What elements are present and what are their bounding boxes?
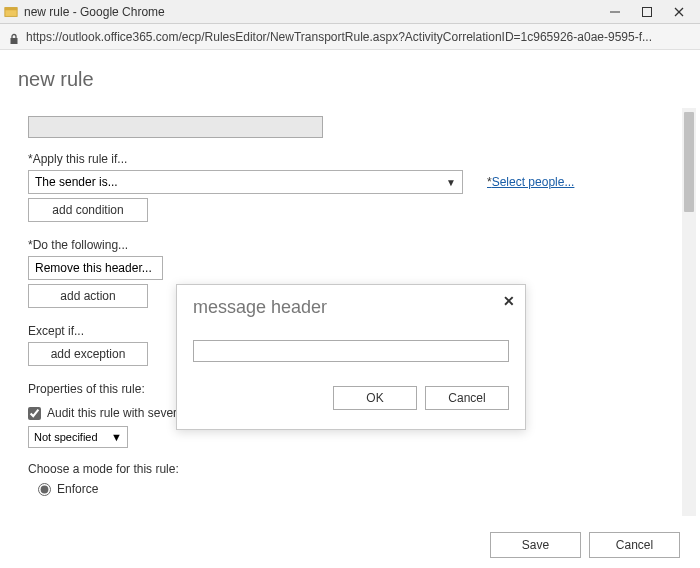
mode-label: Choose a mode for this rule: [28, 462, 668, 476]
window-controls [608, 5, 696, 19]
do-following-selected: Remove this header... [35, 261, 152, 275]
add-exception-button[interactable]: add exception [28, 342, 148, 366]
title-bar: new rule - Google Chrome [0, 0, 700, 24]
apply-rule-selected: The sender is... [35, 175, 118, 189]
vertical-scrollbar[interactable] [682, 108, 696, 516]
dialog-ok-button[interactable]: OK [333, 386, 417, 410]
caret-down-icon: ▼ [111, 431, 122, 443]
message-header-dialog: ✕ message header OK Cancel [176, 284, 526, 430]
cancel-button[interactable]: Cancel [589, 532, 680, 558]
enforce-radio-row[interactable]: Enforce [28, 482, 668, 496]
caret-down-icon: ▼ [446, 177, 456, 188]
dialog-cancel-button[interactable]: Cancel [425, 386, 509, 410]
severity-select[interactable]: Not specified ▼ [28, 426, 128, 448]
save-button[interactable]: Save [490, 532, 581, 558]
enforce-label: Enforce [57, 482, 98, 496]
apply-rule-label: *Apply this rule if... [28, 152, 668, 166]
page-title: new rule [18, 68, 682, 91]
app-icon [4, 5, 18, 19]
dialog-title: message header [193, 297, 509, 318]
rule-name-input[interactable] [28, 116, 323, 138]
apply-rule-select[interactable]: The sender is... ▼ [28, 170, 463, 194]
svg-rect-3 [643, 7, 652, 16]
header-name-input[interactable] [193, 340, 509, 362]
do-following-select[interactable]: Remove this header... [28, 256, 163, 280]
add-condition-button[interactable]: add condition [28, 198, 148, 222]
enforce-radio[interactable] [38, 483, 51, 496]
dialog-close-icon[interactable]: ✕ [503, 293, 515, 309]
svg-rect-6 [11, 38, 18, 44]
select-people-link[interactable]: Select people... [487, 175, 574, 189]
svg-rect-1 [5, 7, 17, 10]
url-text[interactable]: https://outlook.office365.com/ecp/RulesE… [26, 30, 692, 44]
do-following-label: *Do the following... [28, 238, 668, 252]
window-title: new rule - Google Chrome [24, 5, 608, 19]
main-content: new rule *Apply this rule if... The send… [0, 50, 700, 568]
page-footer: Save Cancel [490, 532, 680, 558]
lock-icon [8, 31, 20, 43]
address-bar: https://outlook.office365.com/ecp/RulesE… [0, 24, 700, 50]
maximize-button[interactable] [640, 5, 654, 19]
severity-value: Not specified [34, 431, 98, 443]
close-window-button[interactable] [672, 5, 686, 19]
minimize-button[interactable] [608, 5, 622, 19]
audit-checkbox[interactable] [28, 407, 41, 420]
add-action-button[interactable]: add action [28, 284, 148, 308]
scrollbar-thumb[interactable] [684, 112, 694, 212]
